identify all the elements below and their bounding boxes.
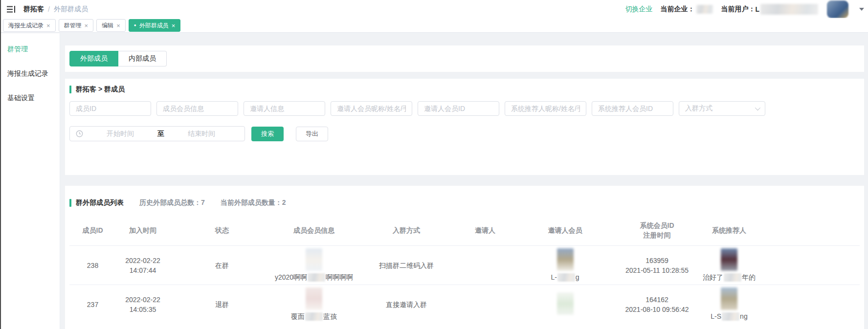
column-header-status: 状态 [170, 225, 274, 235]
select-placeholder: 入群方式 [685, 104, 712, 113]
member-id-input[interactable] [69, 101, 151, 116]
members-table: 成员ID 加入时间 状态 成员会员信息 入群方式 邀请人 邀请人会员 系统会员I… [69, 215, 860, 324]
top-bar: 群拓客 / 外部群成员 切换企业 当前企业： 当前用户： L [1, 0, 868, 18]
column-header-recommender: 系统推荐人 [695, 225, 763, 235]
main-content: 外部成员 内部成员 群拓客 > 群成员 入群方式 [61, 33, 868, 329]
column-header-inviter-member: 邀请人会员 [511, 225, 619, 235]
avatar [557, 292, 574, 315]
tab-label: 群管理 [64, 22, 82, 30]
breadcrumb-separator: / [48, 5, 50, 13]
breadcrumb: 群拓客 / 外部群成员 [23, 5, 88, 14]
collapse-menu-icon[interactable] [6, 4, 17, 14]
sidebar-item-label: 群管理 [7, 45, 28, 54]
cell-join-time: 2022-02-22 14:07:44 [116, 256, 170, 275]
breadcrumb-current: 外部群成员 [54, 5, 88, 14]
current-user-value: L [755, 5, 759, 13]
inviter-info-input[interactable] [244, 101, 325, 116]
cell-status: 在群 [170, 261, 274, 270]
member-info-input[interactable] [156, 101, 238, 116]
list-section-title: 群外部成员列表 [69, 198, 124, 207]
table-row[interactable]: 238 2022-02-22 14:07:44 在群 y2020啊啊啊啊啊啊 扫… [69, 245, 860, 285]
close-icon[interactable]: × [85, 22, 89, 29]
tab-label: 编辑 [102, 22, 113, 30]
cell-join-method: 扫描群二维码入群 [354, 261, 459, 270]
cell-member-id: 238 [69, 261, 116, 270]
tab-label: 海报生成记录 [8, 22, 44, 30]
tab-label: 外部群成员 [139, 22, 169, 30]
chevron-down-icon [755, 105, 760, 110]
active-dot-icon: ● [134, 23, 136, 27]
tab-poster-records[interactable]: 海报生成记录 × [3, 19, 56, 32]
avatar[interactable] [827, 0, 848, 18]
censored-text [557, 273, 575, 282]
start-time-placeholder[interactable]: 开始时间 [83, 130, 157, 138]
cell-system-id-reg-time: 163959 2021-05-11 10:28:55 [619, 256, 695, 275]
sidebar-item-basic-settings[interactable]: 基础设置 [1, 86, 60, 110]
clock-icon [76, 130, 83, 137]
status-badge: 在群 [215, 262, 229, 269]
history-total-value: 7 [201, 198, 205, 206]
current-user: 当前用户： L [721, 4, 818, 15]
inviter-member-name-input[interactable] [331, 101, 412, 116]
sidebar-item-group-management[interactable]: 群管理 [1, 37, 60, 62]
censored-company-name [696, 5, 713, 14]
history-total-stat: 历史外部成员总数：7 [139, 198, 205, 207]
cell-inviter-member: L-g [511, 248, 619, 282]
recommender-name-input[interactable] [505, 101, 586, 116]
close-icon[interactable]: × [46, 22, 50, 29]
list-title-row: 群外部成员列表 历史外部成员总数：7 当前外部成员数量：2 [69, 198, 860, 207]
breadcrumb-root[interactable]: 群拓客 [23, 5, 44, 14]
close-icon[interactable]: × [172, 22, 176, 29]
filter-inputs-row: 入群方式 [69, 101, 860, 116]
tab-edit[interactable]: 编辑 × [96, 19, 126, 32]
sidebar-item-label: 海报生成记录 [7, 69, 48, 78]
member-list-card: 群外部成员列表 历史外部成员总数：7 当前外部成员数量：2 成员ID 加入时间 … [65, 186, 864, 329]
cell-member-info: y2020啊啊啊啊啊啊 [274, 248, 354, 282]
inviter-member-id-input[interactable] [418, 101, 499, 116]
date-range-picker[interactable]: 开始时间 至 结束时间 [69, 126, 245, 141]
recommender-id-input[interactable] [592, 101, 673, 116]
cell-inviter-member [511, 292, 619, 316]
column-header-join-method: 入群方式 [354, 225, 459, 235]
sidebar-item-poster-records[interactable]: 海报生成记录 [1, 62, 60, 86]
table-row[interactable]: 237 2022-02-22 14:05:35 退群 覆面蓝孩 直接邀请入群 1… [69, 285, 860, 324]
cell-recommender: 治好了年的 [695, 248, 763, 282]
table-header-row: 成员ID 加入时间 状态 成员会员信息 入群方式 邀请人 邀请人会员 系统会员I… [69, 215, 860, 245]
column-header-inviter: 邀请人 [459, 225, 511, 235]
current-count-label: 当前外部成员数量： [221, 198, 282, 206]
caret-down-icon[interactable] [859, 8, 864, 11]
external-members-tab[interactable]: 外部成员 [69, 51, 118, 66]
list-title-text: 群外部成员列表 [76, 198, 124, 207]
search-button[interactable]: 搜索 [251, 127, 284, 141]
date-filter-row: 开始时间 至 结束时间 搜索 导出 [69, 126, 860, 141]
close-icon[interactable]: × [116, 22, 120, 29]
column-header-system-id: 系统会员ID 注册时间 [619, 220, 695, 240]
avatar [306, 248, 322, 271]
switch-company-link[interactable]: 切换企业 [625, 5, 652, 14]
cell-member-id: 237 [69, 300, 116, 309]
member-type-card: 外部成员 内部成员 [65, 45, 864, 72]
join-method-select[interactable]: 入群方式 [679, 101, 765, 116]
end-time-placeholder[interactable]: 结束时间 [164, 130, 239, 138]
tab-external-group-members[interactable]: ● 外部群成员 × [129, 19, 180, 32]
cell-system-id-reg-time: 164162 2021-08-10 09:56:42 [619, 295, 695, 314]
censored-text [308, 273, 325, 282]
member-type-toggle: 外部成员 内部成员 [69, 51, 167, 66]
current-count-stat: 当前外部成员数量：2 [221, 198, 286, 207]
current-company: 当前企业： [660, 5, 713, 14]
tab-group-management[interactable]: 群管理 × [59, 19, 94, 32]
cell-member-info: 覆面蓝孩 [274, 287, 354, 321]
section-bar-icon [69, 86, 71, 93]
current-count-value: 2 [282, 198, 286, 206]
censored-user-name [760, 4, 818, 15]
internal-members-tab[interactable]: 内部成员 [118, 51, 167, 66]
avatar [306, 287, 322, 310]
filter-card: 群拓客 > 群成员 入群方式 [65, 79, 864, 175]
avatar [721, 248, 737, 271]
column-header-join-time: 加入时间 [116, 225, 170, 235]
current-user-label: 当前用户： [721, 5, 755, 14]
censored-text [305, 312, 323, 321]
export-button[interactable]: 导出 [296, 127, 328, 141]
page-tab-bar: 海报生成记录 × 群管理 × 编辑 × ● 外部群成员 × [1, 18, 868, 33]
censored-text [722, 312, 739, 321]
